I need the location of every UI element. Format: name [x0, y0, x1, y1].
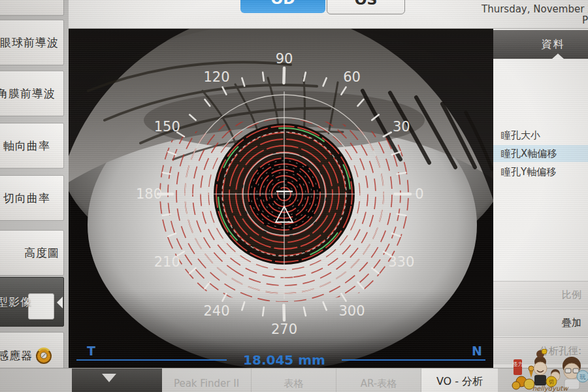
panel-notch-icon: [552, 54, 564, 59]
sidebar-item-elevation-map[interactable]: 高度圖: [0, 230, 64, 276]
svg-text:30: 30: [393, 119, 410, 135]
tab-vo-analysis-active[interactable]: VO - 分析: [421, 368, 498, 392]
svg-text:120: 120: [203, 69, 229, 85]
chevron-down-icon: [102, 374, 116, 382]
sidebar-item-ring-image-active[interactable]: 環型影像: [0, 277, 64, 327]
ring-image-preview-icon: [28, 293, 54, 319]
data-panel-header[interactable]: 資料: [493, 30, 588, 59]
svg-text:60: 60: [343, 69, 361, 85]
sidebar-item-label: 角膜前導波: [0, 86, 56, 101]
section-analysis-aperture[interactable]: 分析孔徑:: [493, 337, 588, 365]
sidebar-item-label: 感應器: [0, 348, 33, 363]
sidebar-item-label: 眼球前導波: [0, 35, 59, 50]
right-panel: 資料 瞳孔大小 瞳孔X軸偏移 瞳孔Y軸偏移 比例 疊加 分析孔徑:: [493, 29, 588, 392]
svg-text:90: 90: [276, 51, 293, 67]
sidebar-item-axial-curvature[interactable]: 軸向曲率: [0, 123, 64, 169]
top-bar: OD OS Thursday, November 2, 2023 P: [69, 0, 588, 29]
section-scale[interactable]: 比例: [493, 281, 588, 309]
svg-text:330: 330: [388, 254, 414, 270]
collapse-arrow-icon: [57, 297, 63, 308]
sidebar: 眼球前導波 角膜前導波 軸向曲率 切向曲率 高度圖 環型影像 感應器: [0, 0, 69, 368]
device-screen: OD OS Thursday, November 2, 2023 P 眼球前導波…: [0, 0, 588, 392]
toolbar-dropdown-tab[interactable]: [72, 368, 162, 392]
tab-ar-table[interactable]: AR-表格: [336, 368, 421, 392]
sensor-icon: [35, 347, 53, 365]
sidebar-item-corneal-wavefront[interactable]: 角膜前導波: [0, 71, 64, 116]
sidebar-item-sensor[interactable]: 感應器: [0, 332, 64, 368]
sidebar-item-label: 高度圖: [24, 246, 59, 261]
date-text: Thursday, November 2, 2023: [482, 3, 588, 15]
svg-text:N: N: [472, 344, 482, 358]
svg-text:270: 270: [271, 321, 297, 337]
svg-text:300: 300: [338, 303, 365, 319]
svg-text:150: 150: [154, 119, 180, 135]
tab-table[interactable]: 表格: [252, 368, 336, 392]
sidebar-item-label: 切向曲率: [3, 191, 50, 206]
svg-text:T: T: [87, 344, 95, 358]
tab-od-right-eye[interactable]: OD: [240, 0, 325, 13]
sidebar-item-label: 環型影像: [0, 295, 32, 310]
sidebar-item-label: 軸向曲率: [3, 139, 50, 154]
panel-sections: 比例 疊加 分析孔徑:: [493, 281, 588, 365]
svg-text:240: 240: [203, 303, 229, 319]
panel-item-pupil-size[interactable]: 瞳孔大小: [493, 127, 588, 144]
sidebar-item-partial-top[interactable]: [0, 0, 64, 16]
ring-image-viewport: 0306090120150180210240270300330TN 18.045…: [69, 29, 493, 368]
section-overlay[interactable]: 疊加: [493, 309, 588, 337]
panel-item-pupil-y-offset[interactable]: 瞳孔Y軸偏移: [493, 163, 588, 180]
svg-text:0: 0: [415, 186, 423, 202]
svg-text:18.045 mm: 18.045 mm: [243, 352, 325, 368]
sidebar-item-tangential-curvature[interactable]: 切向曲率: [0, 175, 64, 221]
svg-text:180: 180: [136, 186, 162, 202]
tab-os-left-eye[interactable]: OS: [327, 0, 405, 14]
panel-item-pupil-x-offset-selected[interactable]: 瞳孔X軸偏移: [493, 145, 588, 162]
svg-text:210: 210: [154, 254, 180, 270]
patient-text-cut: P: [582, 14, 588, 26]
tab-peak-finder[interactable]: Peak Finder II: [162, 368, 252, 392]
eye-photo: [69, 29, 493, 368]
bottom-toolbar: Peak Finder II 表格 AR-表格 VO - 分析: [0, 368, 588, 392]
sidebar-item-ocular-wavefront[interactable]: 眼球前導波: [0, 20, 64, 65]
